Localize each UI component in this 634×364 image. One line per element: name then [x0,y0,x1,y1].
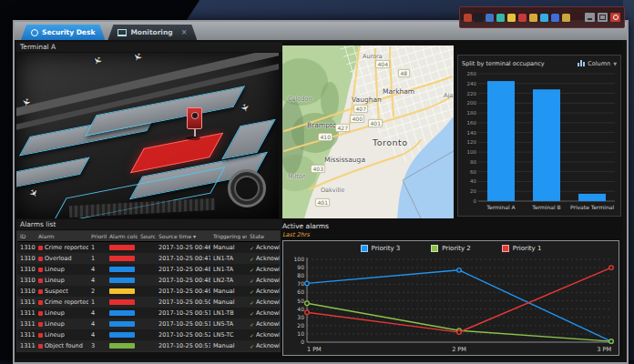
svg-text:90: 90 [297,264,304,270]
line-chart-title: Active alarms [282,222,621,231]
state-text: Acknowledged (Defa [256,244,280,251]
table-row[interactable]: 13111Lineup42017-10-25 00:51:36LN1-TB✓Ac… [17,308,280,318]
terminal-roof [16,157,90,188]
cell-alarm: Lineup [36,277,88,284]
alarm-pin-icon[interactable] [187,107,202,129]
state-text: Acknowledged (Defa [256,309,280,317]
close-button[interactable] [610,13,620,22]
table-row[interactable]: 13109Suspect22017-10-25 00:49:42Manual✓A… [17,286,280,297]
svg-text:200: 200 [467,100,477,106]
alarm-bell-icon [38,278,43,283]
alarm-color-chip [109,288,135,294]
column-header[interactable]: ID [17,233,36,239]
cell-id: 13107 [17,266,36,273]
cell-trigger: LN1-TA [210,266,247,273]
svg-text:0: 0 [301,339,304,345]
bar [533,89,560,201]
cell-trigger: LN5-TA [210,320,247,328]
tray-icon[interactable] [475,14,483,22]
tray-icon[interactable] [507,14,516,22]
svg-text:30: 30 [297,314,304,320]
alarm-name: Crime reported [45,298,88,306]
highway-shield: 407 [353,105,368,113]
tray-icon[interactable] [496,14,505,22]
alarm-name: Lineup [45,266,65,273]
check-icon: ✓ [250,321,254,328]
chart-type-dropdown[interactable]: Column ▼ [578,60,617,67]
tray-icon[interactable] [486,14,494,22]
tray-icon[interactable] [518,14,527,22]
tray-icon[interactable] [551,14,559,22]
tray-icon[interactable] [464,14,472,22]
svg-text:Terminal A: Terminal A [486,204,516,210]
tab-security-desk[interactable]: Security Desk [21,25,105,40]
column-header[interactable]: Alarm color [107,233,138,239]
line-chart-subtitle: Last 2hrs [282,231,621,238]
line-chart-plot: 01020304050607080901001 PM2 PM3 PM [283,255,619,359]
cell-alarm: Crime reported [36,298,88,306]
alarm-bell-icon [38,257,43,261]
maximize-button[interactable] [598,13,608,22]
column-header[interactable]: Alarm [36,233,88,239]
bar-chart-title: Split by terminal occupancy [462,60,545,67]
state-text: Acknowledged (Defa [256,320,280,328]
airplane-icon: ✈ [90,55,105,67]
cell-alarm: Suspect [36,288,88,295]
cell-alarm-color [107,310,138,316]
legend-item[interactable]: Priority 1 [502,245,542,252]
table-row[interactable]: 13112Lineup42017-10-25 00:51:59LN5-TA✓Ac… [17,318,280,329]
table-row[interactable]: 13107Lineup42017-10-25 00:48:16LN1-TA✓Ac… [17,264,280,275]
column-header[interactable]: Source [138,233,156,239]
alarm-color-chip [109,278,135,283]
column-header[interactable]: Priority [88,233,107,239]
tab-close-icon[interactable]: × [181,28,188,36]
column-header[interactable]: State [247,233,280,239]
cell-alarm-color [107,332,138,338]
check-icon: ✓ [250,267,254,273]
airplane-icon: ✈ [26,187,41,199]
table-row[interactable]: 13108Lineup42017-10-25 00:48:55LN2-TA✓Ac… [17,275,280,286]
cell-source-time: 2017-10-25 00:50:11 [156,298,210,306]
svg-text:120: 120 [467,139,477,145]
svg-text:70: 70 [297,280,304,287]
cell-id: 13106 [17,255,36,262]
tray-icon[interactable] [540,14,548,22]
table-row[interactable]: 13106Overload12017-10-25 00:47:26LN1-TA✓… [17,253,280,264]
airplane-icon: ✈ [19,97,32,107]
terminal-3d-view[interactable]: ✈✈✈✈✈ [16,53,279,218]
cell-alarm-color [107,343,138,349]
map-tile[interactable]: AuroraMarkhamVaughanCaledonBramptonToron… [282,46,454,218]
minimize-button[interactable] [585,13,595,22]
cell-id: 13114 [17,342,36,349]
cell-source-time: 2017-10-25 00:53:28 [156,342,210,349]
highway-shield: 401 [315,198,330,207]
tab-monitoring[interactable]: Monitoring × [107,25,197,40]
svg-text:60: 60 [297,288,304,295]
alarm-color-chip [109,256,135,261]
table-row[interactable]: 13105Crime reported12017-10-25 00:46:17M… [17,242,280,253]
svg-text:50: 50 [297,298,304,304]
monitor-icon [118,29,127,36]
svg-text:20: 20 [470,188,476,194]
cell-alarm: Lineup [36,266,88,273]
map-place-label: Markham [383,87,414,96]
column-header[interactable]: Source time ▾ [156,233,210,239]
table-row[interactable]: 13110Crime reported12017-10-25 00:50:11M… [17,297,280,308]
cell-alarm: Overload [36,255,88,262]
tray-icon[interactable] [562,14,570,22]
table-row[interactable]: 13114Object found32017-10-25 00:53:28Man… [17,340,280,351]
airplane-icon: ✈ [130,53,145,63]
chart-type-label: Column [588,60,610,67]
cell-id: 13112 [17,320,36,328]
legend-item[interactable]: Priority 2 [431,245,471,252]
check-icon: ✓ [250,256,254,262]
highway-shield: 401 [368,119,383,127]
tray-icon[interactable] [529,14,537,22]
alarm-color-chip [109,245,135,250]
bar-chart-plot: 020406080100120140160180200220240260Term… [462,68,617,216]
table-row[interactable]: 13113Lineup42017-10-25 00:52:13LN5-TC✓Ac… [17,329,280,340]
alarm-color-chip [109,310,135,316]
cell-alarm-color [107,299,138,305]
column-header[interactable]: Triggering event [210,233,247,239]
legend-item[interactable]: Priority 3 [361,245,401,252]
